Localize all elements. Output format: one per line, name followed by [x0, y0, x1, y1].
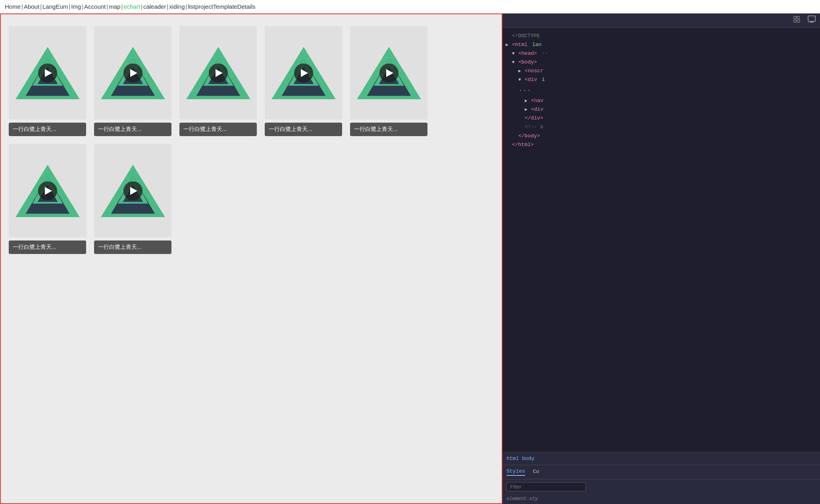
video-caption: 一行白鷺上青天... — [9, 123, 86, 136]
video-caption: 一行白鷺上青天... — [94, 240, 171, 254]
element-style-label: element.sty — [502, 494, 820, 504]
video-thumbnail — [94, 144, 171, 237]
nav-langeum[interactable]: LangEum — [42, 3, 68, 10]
devtools-bottom: html body Styles Co element.sty — [502, 452, 820, 504]
video-card[interactable]: 一行白鷺上青天... — [179, 26, 257, 136]
nav-img[interactable]: Img — [71, 3, 81, 10]
code-line: <!DOCTYPE — [506, 32, 817, 40]
video-caption: 一行白鷺上青天... — [350, 123, 427, 136]
devtools-code: <!DOCTYPE ▶ <html lan ▼ <head> ·· ▼ <bod… — [502, 28, 820, 452]
code-line: ▶ <html lan — [506, 40, 817, 49]
video-thumbnail — [265, 26, 342, 119]
nav-echart[interactable]: echart — [123, 3, 140, 10]
svg-rect-32 — [808, 16, 815, 21]
play-button[interactable] — [294, 63, 313, 83]
svg-rect-31 — [797, 20, 800, 22]
filter-input[interactable] — [506, 482, 586, 491]
breadcrumb-bar: html body — [502, 452, 820, 465]
top-nav: Home | About | LangEum | Img | Account |… — [0, 0, 820, 13]
play-button[interactable] — [209, 63, 228, 83]
video-caption: 一行白鷺上青天... — [265, 123, 342, 136]
video-card[interactable]: 一行白鷺上青天... — [350, 26, 427, 136]
devtools-tabs-bar: Styles Co — [502, 465, 820, 479]
video-grid: 一行白鷺上青天... 一行白鷺上青天... — [9, 26, 494, 254]
video-thumbnail — [94, 26, 171, 119]
play-button[interactable] — [123, 63, 142, 83]
code-line: ▶ <noscr — [506, 67, 817, 75]
svg-rect-29 — [797, 16, 799, 19]
video-thumbnail — [9, 144, 86, 237]
code-line: </div> — [506, 114, 817, 123]
nav-home[interactable]: Home — [5, 3, 21, 10]
nav-caleader[interactable]: caleader — [143, 3, 166, 10]
video-caption: 一行白鷺上青天... — [9, 240, 86, 254]
code-line: ▼ <body> — [506, 58, 817, 67]
video-card[interactable]: 一行白鷺上青天... — [94, 144, 171, 254]
inspect-icon[interactable] — [807, 15, 816, 26]
code-line: ··· — [506, 85, 817, 97]
video-card[interactable]: 一行白鷺上青天... — [9, 26, 86, 136]
nav-about[interactable]: About — [24, 3, 39, 10]
svg-rect-30 — [794, 20, 796, 22]
video-card[interactable]: 一行白鷺上青天... — [94, 26, 171, 136]
code-line: ▶ <div — [506, 105, 817, 114]
devtools-panel: <!DOCTYPE ▶ <html lan ▼ <head> ·· ▼ <bod… — [502, 13, 820, 504]
tab-co[interactable]: Co — [533, 469, 539, 475]
code-line: ▶ <nav — [506, 96, 817, 105]
code-line: <!-- b — [506, 123, 817, 131]
video-caption: 一行白鷺上青天... — [179, 123, 257, 136]
video-thumbnail — [9, 26, 86, 119]
nav-xiding[interactable]: xiding — [169, 3, 185, 10]
code-line: </body> — [506, 132, 817, 140]
video-card[interactable]: 一行白鷺上青天... — [9, 144, 86, 254]
nav-account[interactable]: Account — [84, 3, 106, 10]
content-area: 一行白鷺上青天... 一行白鷺上青天... — [0, 13, 502, 504]
nav-map[interactable]: map — [109, 3, 120, 10]
play-button[interactable] — [123, 181, 142, 200]
play-button[interactable] — [379, 63, 398, 83]
svg-rect-28 — [794, 16, 796, 19]
play-button[interactable] — [38, 63, 57, 83]
nav-listproject[interactable]: listprojectTemplateDetails — [188, 3, 255, 10]
breadcrumb-body[interactable]: body — [522, 456, 534, 462]
video-thumbnail — [350, 26, 427, 119]
video-card[interactable]: 一行白鷺上青天... — [265, 26, 342, 136]
code-line: ▼ <head> ·· — [506, 49, 817, 58]
play-button[interactable] — [38, 181, 57, 200]
breadcrumb-html[interactable]: html — [506, 456, 519, 462]
video-caption: 一行白鷺上青天... — [94, 123, 171, 136]
code-line: ▼ <div i — [506, 75, 817, 84]
select-element-icon[interactable] — [793, 15, 801, 25]
video-thumbnail — [179, 26, 257, 119]
tab-styles[interactable]: Styles — [506, 468, 525, 476]
devtools-toolbar — [502, 13, 820, 28]
code-line: </html> — [506, 140, 817, 149]
filter-bar — [502, 479, 820, 494]
